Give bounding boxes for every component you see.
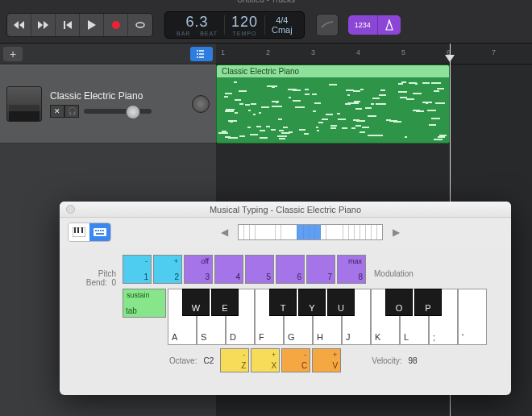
pitch-bend-value: 0 (111, 278, 116, 287)
add-track-button[interactable]: + (3, 47, 23, 61)
black-key-E[interactable]: E (211, 289, 239, 316)
svg-rect-13 (100, 230, 102, 231)
svg-rect-0 (64, 21, 65, 29)
mod-key-4[interactable]: 4 (214, 255, 243, 284)
mod-key-7[interactable]: 7 (306, 255, 335, 284)
black-key-P[interactable]: P (414, 289, 442, 316)
lcd-key[interactable]: Cmaj (272, 25, 293, 35)
white-key-'[interactable]: ' (458, 289, 487, 345)
octave-left-button[interactable]: ◀ (216, 225, 233, 239)
region-name: Classic Electric Piano (217, 65, 449, 77)
black-key-U[interactable]: U (327, 289, 355, 316)
oct-key-V[interactable]: +V (312, 348, 341, 372)
mini-keyboard[interactable] (238, 224, 383, 240)
track-name[interactable]: Classic Electric Piano (50, 90, 184, 102)
octave-value: C2 (203, 356, 214, 365)
svg-rect-11 (95, 230, 97, 231)
mod-key-6[interactable]: 6 (276, 255, 305, 284)
mt-view-tabs (68, 223, 111, 242)
sustain-key[interactable]: sustain tab (123, 289, 166, 318)
musical-typing-window[interactable]: Musical Typing - Classic Electric Piano … (60, 202, 511, 395)
black-key-O[interactable]: O (385, 289, 413, 316)
svg-point-5 (197, 56, 198, 58)
lcd-position: 6.3 (185, 14, 208, 31)
black-key-T[interactable]: T (269, 289, 297, 316)
ruler-tick: 3 (311, 48, 315, 56)
ruler-tick: 7 (492, 48, 496, 56)
octave-label: Octave: (169, 356, 197, 365)
mod-key-8[interactable]: max8 (337, 255, 366, 284)
timeline-ruler[interactable]: 12345678 (216, 44, 532, 64)
solo-button[interactable]: 🎧 (64, 105, 79, 118)
svg-rect-12 (98, 230, 99, 231)
track-instrument-icon[interactable] (6, 86, 42, 122)
display-mode-buttons: 1234 (348, 15, 401, 35)
ruler-tick: 5 (401, 48, 405, 56)
rewind-button[interactable] (7, 14, 31, 36)
tab-keyboard-view[interactable] (69, 223, 89, 241)
transport-buttons (6, 13, 153, 37)
metronome-button[interactable] (378, 15, 401, 35)
mod-key-3[interactable]: off3 (184, 255, 213, 284)
velocity-label: Velocity: (372, 356, 401, 365)
oct-key-C[interactable]: -C (281, 348, 310, 372)
close-icon[interactable] (66, 205, 75, 214)
velocity-value: 98 (409, 356, 418, 365)
svg-rect-8 (77, 227, 79, 233)
svg-point-3 (197, 50, 198, 52)
transport-toolbar: 6.3 BAR BEAT 120TEMPO 4/4Cmaj 1234 (0, 6, 532, 44)
svg-rect-15 (96, 233, 104, 235)
region-notes (217, 77, 449, 144)
svg-rect-7 (74, 227, 76, 233)
lcd-display[interactable]: 6.3 BAR BEAT 120TEMPO 4/4Cmaj (164, 11, 305, 39)
tab-typing-view[interactable] (89, 223, 110, 241)
svg-point-4 (197, 53, 198, 55)
cycle-button[interactable] (128, 14, 152, 36)
master-volume-button[interactable] (316, 14, 339, 36)
mod-key-1[interactable]: -1 (123, 255, 152, 284)
lcd-signature[interactable]: 4/4 (276, 15, 288, 25)
lcd-tempo[interactable]: 120 (231, 14, 258, 31)
ruler-tick: 4 (356, 48, 360, 56)
window-titlebar: Untitled - Tracks (0, 0, 532, 6)
oct-key-Z[interactable]: -Z (220, 348, 249, 372)
mod-key-5[interactable]: 5 (245, 255, 274, 284)
svg-rect-14 (102, 230, 104, 231)
go-to-start-button[interactable] (56, 14, 80, 36)
count-in-button[interactable]: 1234 (348, 15, 378, 35)
modulation-label: Modulation (368, 255, 414, 278)
midi-region[interactable]: Classic Electric Piano (216, 64, 450, 144)
svg-point-1 (112, 21, 120, 29)
black-key-Y[interactable]: Y (298, 289, 326, 316)
inspector-toggle-button[interactable] (190, 47, 213, 61)
octave-right-button[interactable]: ▶ (388, 225, 405, 239)
mod-key-2[interactable]: +2 (153, 255, 182, 284)
volume-slider[interactable] (84, 109, 152, 114)
svg-rect-9 (81, 227, 83, 233)
play-button[interactable] (80, 14, 104, 36)
svg-rect-10 (94, 228, 106, 236)
typing-keyboard: ASDFGHJKL;'WETYUOP (168, 289, 487, 345)
record-button[interactable] (104, 14, 128, 36)
mt-window-title[interactable]: Musical Typing - Classic Electric Piano (60, 202, 511, 218)
oct-key-X[interactable]: +X (251, 348, 280, 372)
ruler-tick: 2 (266, 48, 270, 56)
mute-button[interactable]: ✕ (50, 105, 64, 118)
track-header[interactable]: Classic Electric Piano ✕ 🎧 (0, 64, 216, 144)
black-key-W[interactable]: W (182, 289, 210, 316)
pan-knob[interactable] (192, 95, 210, 113)
forward-button[interactable] (31, 14, 56, 36)
ruler-tick: 1 (221, 48, 225, 56)
